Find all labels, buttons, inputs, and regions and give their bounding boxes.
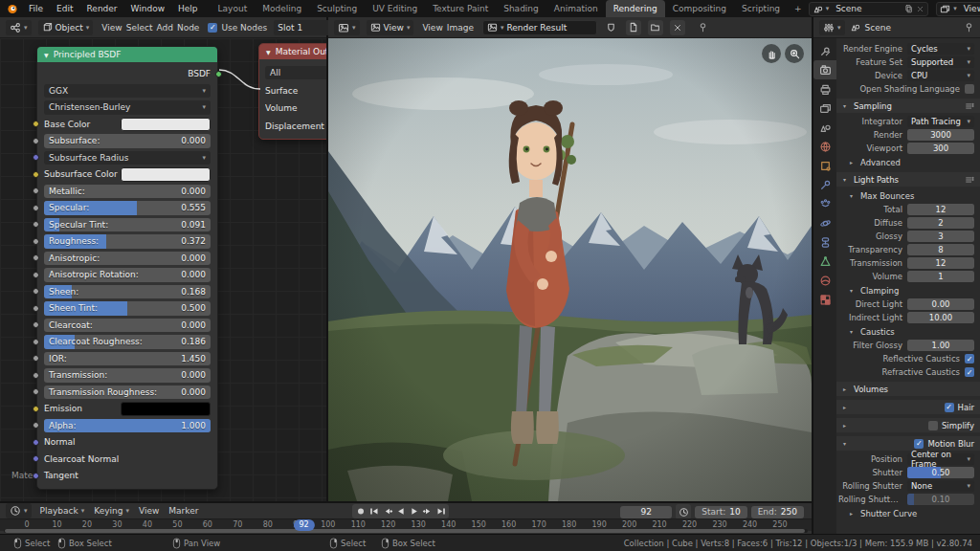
editor-type-button[interactable]: ▾ xyxy=(819,20,845,35)
properties-tab-material[interactable] xyxy=(813,271,836,290)
workspace-tab-texture-paint[interactable]: Texture Paint xyxy=(425,0,496,17)
prop-slider[interactable]: 0.10 xyxy=(907,494,974,505)
bsdf-output-row[interactable]: BSDF xyxy=(44,67,211,81)
gray-socket[interactable] xyxy=(33,305,39,312)
menu-add[interactable]: Add xyxy=(154,23,174,33)
prop-number-field[interactable]: 12 xyxy=(907,204,974,215)
disclosure-open-icon[interactable]: ▾ xyxy=(850,287,857,294)
fake-user-icon[interactable] xyxy=(604,20,619,35)
blender-logo-icon[interactable] xyxy=(6,3,18,15)
view-layer-selector[interactable]: ▾ View Layer xyxy=(936,2,980,16)
value-slider[interactable]: Specular:0.555 xyxy=(44,201,211,215)
panel-section-max-bounces[interactable]: ▾Max Bounces xyxy=(850,189,974,202)
bsdf-input-specular-tint[interactable]: Specular Tint:0.091 xyxy=(44,218,211,232)
bsdf-input-transmission[interactable]: Transmission:0.000 xyxy=(44,368,211,383)
purple-socket[interactable] xyxy=(33,154,39,161)
menu-help[interactable]: Help xyxy=(171,4,205,13)
prop-dropdown[interactable]: None▾ xyxy=(907,480,974,492)
current-frame-indicator[interactable]: 92 xyxy=(294,519,315,531)
workspace-tab-modeling[interactable]: Modeling xyxy=(255,0,309,17)
menu-marker[interactable]: Marker xyxy=(168,506,198,516)
value-slider[interactable]: Sheen Tint:0.500 xyxy=(44,301,211,316)
workspace-tab-rendering[interactable]: Rendering xyxy=(606,0,665,17)
disclosure-closed-icon[interactable]: ▸ xyxy=(850,159,857,165)
disclosure-open-icon[interactable]: ▾ xyxy=(850,192,857,199)
jump-end-button[interactable] xyxy=(434,505,447,518)
gray-socket[interactable] xyxy=(33,187,39,194)
collapse-icon[interactable]: ▼ xyxy=(266,49,271,55)
bsdf-input-ior[interactable]: IOR:1.450 xyxy=(44,352,211,366)
gray-socket[interactable] xyxy=(33,254,39,261)
panel-section-volumes[interactable]: ▸Volumes xyxy=(836,382,980,396)
unlink-scene-icon[interactable] xyxy=(916,5,924,13)
gray-socket[interactable] xyxy=(33,339,39,345)
section-checkbox[interactable] xyxy=(928,421,938,430)
color-swatch[interactable] xyxy=(121,167,211,182)
zoom-magnifier-icon[interactable] xyxy=(785,44,804,63)
editor-type-button[interactable]: ▾ xyxy=(334,20,360,35)
menu-select[interactable]: Select xyxy=(124,23,155,33)
prop-number-field[interactable]: 3000 xyxy=(907,129,974,141)
workspace-tab-animation[interactable]: Animation xyxy=(546,0,606,17)
menu-keying[interactable]: Keying▾ xyxy=(94,506,129,516)
principled-bsdf-header[interactable]: ▼ Principled BSDF xyxy=(37,47,217,62)
disclosure-closed-icon[interactable]: ▸ xyxy=(843,422,850,429)
gray-socket[interactable] xyxy=(33,238,39,245)
gray-socket[interactable] xyxy=(33,221,39,228)
bsdf-input-anisotropic-rotation[interactable]: Anisotropic Rotation:0.000 xyxy=(44,268,211,282)
properties-tab-modifiers[interactable] xyxy=(813,175,836,194)
play-button[interactable] xyxy=(408,505,420,518)
frame-end-field[interactable]: End:250 xyxy=(751,506,804,518)
disclosure-closed-icon[interactable]: ▸ xyxy=(843,404,850,410)
purple-socket[interactable] xyxy=(33,439,39,446)
value-slider[interactable]: Clearcoat:0.000 xyxy=(44,319,211,333)
output-input-surface[interactable]: Surface xyxy=(265,83,326,98)
purple-socket[interactable] xyxy=(33,473,39,479)
properties-tab-view-layer[interactable] xyxy=(813,99,836,118)
prop-number-field[interactable]: 12 xyxy=(907,257,974,269)
dropdown[interactable]: GGX▾ xyxy=(44,84,211,99)
panel-section-light-paths[interactable]: ▾Light Paths xyxy=(836,172,980,187)
menu-edit[interactable]: Edit xyxy=(50,4,79,13)
bsdf-input-clearcoat-roughness[interactable]: Clearcoat Roughness:0.186 xyxy=(44,335,211,349)
bsdf-input-subsurface[interactable]: Subsurface:0.000 xyxy=(44,134,211,148)
yellow-socket[interactable] xyxy=(33,171,39,178)
menu-node[interactable]: Node xyxy=(175,23,202,33)
collapse-icon[interactable]: ▼ xyxy=(44,52,49,58)
dropdown[interactable]: Christensen-Burley▾ xyxy=(44,100,211,115)
prop-number-field[interactable]: 0.00 xyxy=(907,298,974,310)
bsdf-input-tangent[interactable]: Tangent xyxy=(44,469,211,483)
prop-number-field[interactable]: 10.00 xyxy=(907,312,974,323)
output-input-displacement[interactable]: Displacement xyxy=(265,119,326,133)
bsdf-input-sheen[interactable]: Sheen:0.168 xyxy=(44,285,211,299)
bsdf-input-metallic[interactable]: Metallic:0.000 xyxy=(44,185,211,199)
bsdf-input-clearcoat-normal[interactable]: Clearcoat Normal xyxy=(44,452,211,467)
output-input-volume[interactable]: Volume xyxy=(265,101,326,116)
value-slider[interactable]: Roughness:0.372 xyxy=(44,234,211,249)
panel-section-clamping[interactable]: ▾Clamping xyxy=(850,284,974,297)
dropdown[interactable]: Subsurface Radius▾ xyxy=(44,151,211,165)
bsdf-input-normal[interactable]: Normal xyxy=(44,435,211,450)
gray-socket[interactable] xyxy=(33,422,39,429)
bsdf-input-roughness[interactable]: Roughness:0.372 xyxy=(44,234,211,249)
properties-tab-output[interactable] xyxy=(813,79,836,99)
bsdf-output-socket[interactable] xyxy=(215,71,222,77)
next-keyframe-button[interactable] xyxy=(421,505,434,518)
menu-render[interactable]: Render xyxy=(80,4,124,13)
value-slider[interactable]: Sheen:0.168 xyxy=(44,285,211,299)
workspace-tab-layout[interactable]: Layout xyxy=(211,0,256,17)
workspace-tab-sculpting[interactable]: Sculpting xyxy=(309,0,365,17)
menu-file[interactable]: File xyxy=(22,4,50,13)
bsdf-input-subsurface-color[interactable]: Subsurface Color xyxy=(44,167,211,182)
preview-range-clock-icon[interactable] xyxy=(676,504,691,519)
value-slider[interactable]: Metallic:0.000 xyxy=(44,185,211,199)
new-scene-icon[interactable] xyxy=(903,4,913,13)
workspace-tab-uv-editing[interactable]: UV Editing xyxy=(365,0,425,17)
panel-section-motion-blur[interactable]: ▾✓Motion Blur xyxy=(836,436,980,451)
bsdf-input-specular[interactable]: Specular:0.555 xyxy=(44,201,211,215)
panel-section-simplify[interactable]: ▸Simplify xyxy=(836,418,980,432)
bsdf-input-base-color[interactable]: Base Color xyxy=(44,118,211,132)
gray-socket[interactable] xyxy=(33,205,39,211)
disclosure-open-icon[interactable]: ▾ xyxy=(843,102,850,109)
properties-tab-scene[interactable] xyxy=(813,118,836,137)
